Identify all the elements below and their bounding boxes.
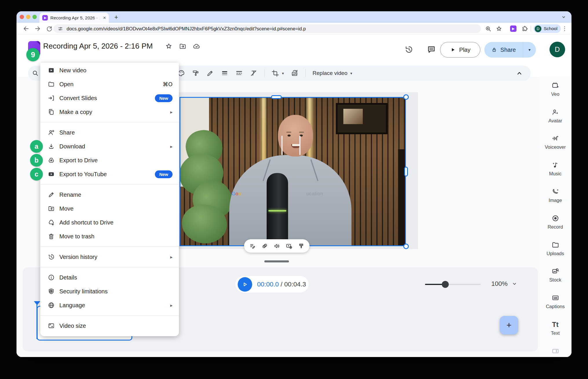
file-menu-item-open[interactable]: Open⌘O	[40, 77, 179, 91]
sidebar-item-label: Uploads	[547, 251, 564, 256]
comments-icon[interactable]	[427, 45, 436, 54]
submenu-arrow-icon: ▸	[170, 109, 173, 115]
panel-drag-handle[interactable]	[264, 260, 289, 262]
resize-handle-bottom-right[interactable]	[403, 244, 409, 249]
play-button[interactable]: Play	[440, 42, 480, 58]
file-menu-item-label: Download	[59, 143, 166, 150]
replace-image-icon[interactable]	[291, 69, 298, 77]
tab-search-chevron-icon[interactable]	[560, 14, 567, 20]
sidebar-item-record[interactable]: Record	[539, 214, 571, 230]
file-menu-item-export-to-drive[interactable]: bExport to Drive	[40, 153, 179, 167]
vids-extension-icon[interactable]: ▶	[510, 25, 516, 32]
document-title[interactable]: Recording Apr 5, 2026 - 2:16 PM	[43, 42, 153, 51]
star-document-icon[interactable]	[165, 43, 173, 50]
share-button[interactable]: Share	[484, 42, 523, 58]
extensions-puzzle-icon[interactable]	[521, 25, 528, 32]
sidebar-item-veo[interactable]: Veo	[539, 82, 571, 97]
zoom-level-control[interactable]: 100%	[491, 280, 517, 288]
insert-sidebar: VeoAvatarVoiceoverMusicImageRecordUpload…	[539, 77, 571, 357]
file-menu-item-version-history[interactable]: Version history▸	[40, 250, 179, 264]
pencil-icon	[48, 191, 55, 198]
back-icon[interactable]	[23, 25, 30, 32]
url-bar[interactable]: docs.google.com/videos/d/1BODvwOt4e8xPSI…	[54, 24, 481, 33]
version-history-icon[interactable]	[404, 45, 413, 54]
resize-handle-right[interactable]	[404, 167, 408, 176]
sidebar-item-text[interactable]: TtText	[539, 321, 571, 336]
sidebar-item-stock[interactable]: Stock	[539, 267, 571, 283]
browser-menu-kebab-icon[interactable]: ⋮	[562, 25, 567, 32]
zoom-slider[interactable]	[425, 284, 481, 285]
sidebar-item-captions[interactable]: Captions	[539, 294, 571, 309]
file-menu-item-move-to-trash[interactable]: Move to trash	[40, 229, 179, 243]
zoom-page-icon[interactable]	[485, 25, 492, 32]
file-menu-item-share[interactable]: Share	[40, 126, 179, 139]
volume-icon[interactable]	[274, 243, 280, 249]
sidebar-item-image[interactable]: Image	[539, 188, 571, 203]
play-triangle-icon	[242, 282, 248, 287]
sidebar-item-avatar[interactable]: Avatar	[539, 108, 571, 124]
file-menu-item-download[interactable]: aDownload▸	[40, 139, 179, 153]
total-time: 00:04.3	[284, 281, 306, 288]
timeline-play-button[interactable]	[238, 277, 252, 292]
border-weight-icon[interactable]	[221, 69, 228, 77]
sidebar-item-label: Captions	[546, 304, 565, 309]
script-edit-icon[interactable]	[249, 243, 256, 249]
zoom-slider-knob[interactable]	[442, 281, 449, 288]
replace-video-button[interactable]: Replace video ▾	[313, 70, 352, 76]
file-menu-item-rename[interactable]: Rename	[40, 188, 179, 202]
scene-canvas[interactable]: Goo ucation	[176, 92, 418, 249]
add-scene-button[interactable]: +	[500, 316, 518, 334]
sidebar-item-panel[interactable]	[539, 347, 571, 355]
sidebar-item-music[interactable]: Music	[539, 161, 571, 176]
move-to-folder-icon[interactable]	[179, 43, 186, 50]
file-menu-item-move[interactable]: Move	[40, 202, 179, 216]
search-icon[interactable]	[32, 70, 39, 77]
menu-shortcut: ⌘O	[163, 81, 173, 87]
hoodie-logo-right: ucation	[306, 191, 323, 197]
file-menu-item-security-limitations[interactable]: Security limitations	[40, 284, 179, 298]
annotation-step-badge: 9	[26, 48, 40, 61]
paint-icon[interactable]	[298, 243, 305, 249]
file-menu-item-label: Export to Drive	[59, 157, 173, 164]
pen-icon[interactable]	[206, 69, 214, 77]
new-tab-button[interactable]: +	[114, 14, 118, 21]
fullscreen-window-button[interactable]	[32, 15, 37, 19]
file-menu-item-new-video[interactable]: New video	[40, 63, 179, 77]
bookmark-star-icon[interactable]	[496, 25, 502, 32]
sidebar-item-voiceover[interactable]: Voiceover	[539, 135, 571, 150]
file-menu-item-video-size[interactable]: Video size	[40, 319, 179, 333]
share-dropdown-caret[interactable]: ▾	[523, 42, 536, 58]
minimize-window-button[interactable]	[26, 15, 30, 19]
close-window-button[interactable]	[20, 15, 24, 19]
collapse-toolbar-chevron-icon[interactable]	[516, 69, 523, 77]
roller-icon[interactable]	[192, 69, 199, 77]
file-menu-item-make-a-copy[interactable]: Make a copy▸	[40, 105, 179, 119]
video-clip[interactable]: Goo ucation	[179, 97, 406, 246]
coils-icon[interactable]	[261, 243, 268, 249]
border-dash-icon[interactable]	[235, 69, 243, 77]
file-menu-item-language[interactable]: Language▸	[40, 298, 179, 312]
file-menu-item-export-to-youtube[interactable]: cExport to YouTubeNew	[40, 167, 179, 181]
video-settings-icon[interactable]	[286, 243, 292, 249]
file-menu-item-label: Language	[59, 302, 166, 309]
new-badge: New	[155, 170, 173, 178]
file-menu-item-add-shortcut-to-drive[interactable]: Add shortcut to Drive	[40, 216, 179, 229]
crop-icon[interactable]	[272, 69, 279, 77]
resize-handle-top[interactable]	[271, 95, 282, 99]
reload-icon[interactable]	[46, 25, 53, 32]
file-menu-item-label: Convert Slides	[59, 95, 150, 102]
tab-close-icon[interactable]: ×	[103, 15, 106, 21]
clear-format-icon[interactable]	[250, 69, 257, 77]
account-avatar[interactable]: D	[549, 42, 565, 57]
sidebar-item-uploads[interactable]: Uploads	[539, 241, 571, 256]
browser-tab[interactable]: ▶ Recording Apr 5, 2026 - 2:16 ×	[39, 13, 109, 23]
file-menu-item-details[interactable]: Details	[40, 271, 179, 284]
profile-chip[interactable]: D School	[534, 24, 561, 33]
crop-caret-icon[interactable]: ▾	[282, 71, 284, 76]
lock-icon	[491, 47, 497, 53]
file-menu-item-convert-slides[interactable]: Convert SlidesNew	[40, 91, 179, 105]
cloud-saved-icon[interactable]	[193, 43, 200, 50]
forward-icon[interactable]	[34, 25, 41, 32]
resize-handle-top-right[interactable]	[403, 94, 409, 100]
site-info-icon[interactable]	[58, 26, 63, 32]
